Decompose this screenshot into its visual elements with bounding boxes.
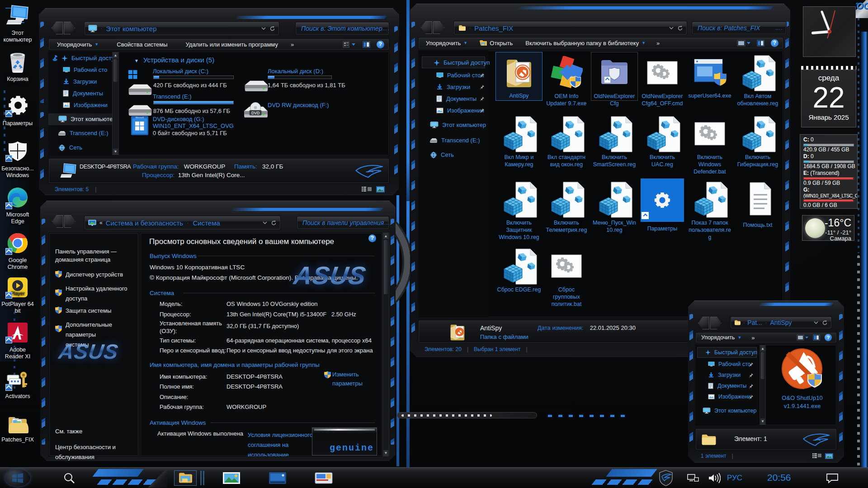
svg-text:Player: Player: [10, 291, 25, 296]
svg-text:Microsoft: Microsoft: [136, 117, 144, 119]
